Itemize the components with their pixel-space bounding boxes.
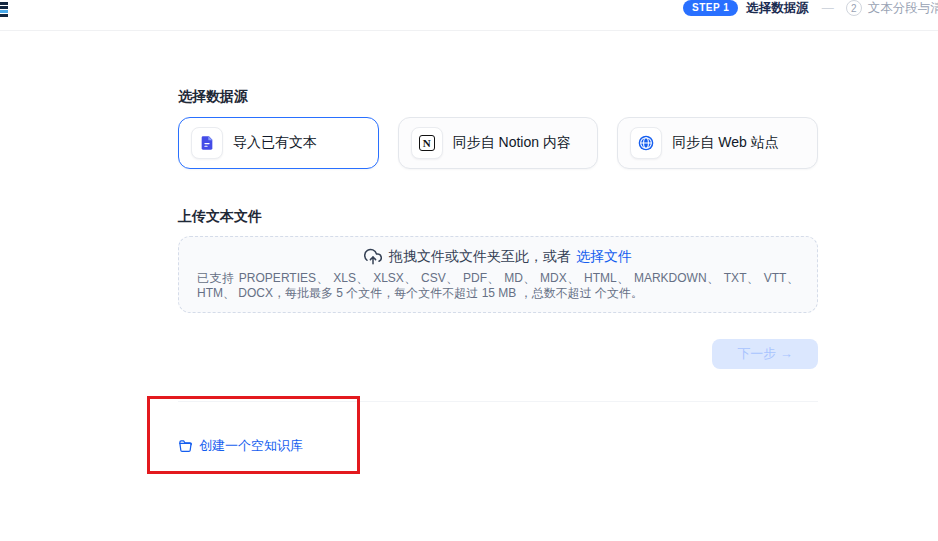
- step1-label: 选择数据源: [746, 0, 809, 17]
- footer-divider: [178, 401, 818, 402]
- option-sync-notion[interactable]: N 同步自 Notion 内容: [398, 117, 599, 169]
- menu-lines-icon[interactable]: [0, 2, 8, 17]
- notion-icon: N: [411, 127, 443, 159]
- create-empty-kb-link[interactable]: 创建一个空知识库: [178, 437, 303, 455]
- option-label: 同步自 Notion 内容: [453, 134, 571, 152]
- actions-row: 下一步 →: [178, 339, 818, 369]
- upload-heading: 上传文本文件: [178, 208, 818, 226]
- option-label: 同步自 Web 站点: [672, 134, 778, 152]
- option-sync-web[interactable]: 同步自 Web 站点: [617, 117, 818, 169]
- datasource-options: 导入已有文本 N 同步自 Notion 内容: [178, 117, 818, 169]
- folder-icon: [178, 439, 193, 454]
- step2-label: 文本分段与清洗: [868, 0, 938, 17]
- top-header: STEP 1 选择数据源 — 2 文本分段与清洗: [0, 0, 938, 31]
- next-step-button[interactable]: 下一步 →: [712, 339, 818, 369]
- option-label: 导入已有文本: [233, 134, 317, 152]
- main-content: 选择数据源 导入已有文本 N 同步自 Notion 内容: [178, 31, 818, 455]
- globe-icon: [630, 127, 662, 159]
- dropzone-instruction: 拖拽文件或文件夹至此，或者 选择文件: [179, 248, 817, 266]
- create-empty-kb-label: 创建一个空知识库: [199, 437, 303, 455]
- supported-formats-hint: 已支持 PROPERTIES、 XLS、 XLSX、 CSV、 PDF、 MD、…: [179, 271, 817, 301]
- datasource-heading: 选择数据源: [178, 88, 818, 106]
- step1-badge: STEP 1: [683, 0, 738, 16]
- step-indicator: STEP 1 选择数据源 — 2 文本分段与清洗: [683, 0, 938, 16]
- option-import-text[interactable]: 导入已有文本: [178, 117, 379, 169]
- file-dropzone[interactable]: 拖拽文件或文件夹至此，或者 选择文件 已支持 PROPERTIES、 XLS、 …: [178, 236, 818, 313]
- browse-files-link[interactable]: 选择文件: [576, 248, 632, 266]
- create-knowledge-page: STEP 1 选择数据源 — 2 文本分段与清洗 选择数据源 导入已有文本: [0, 0, 938, 541]
- dropzone-text: 拖拽文件或文件夹至此，或者: [389, 248, 571, 266]
- file-text-icon: [191, 127, 223, 159]
- step-separator: —: [822, 1, 834, 15]
- upload-cloud-icon: [364, 248, 382, 266]
- step2-number-badge: 2: [846, 0, 862, 16]
